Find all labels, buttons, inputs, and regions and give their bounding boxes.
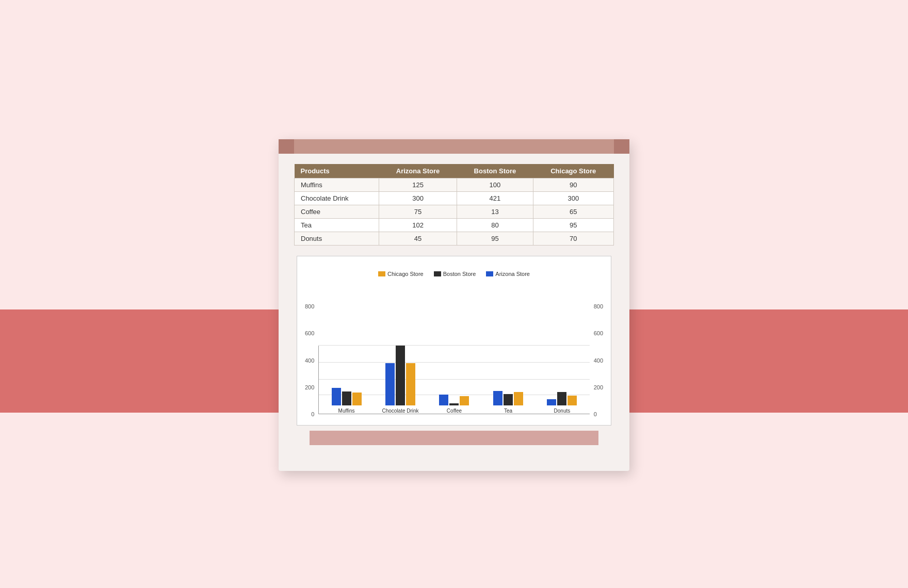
bar-group-bars <box>332 388 362 405</box>
bar-boston-2 <box>449 403 459 405</box>
table-cell-r1-c3: 300 <box>533 192 613 205</box>
bar-group-donuts: Donuts <box>540 392 584 414</box>
legend-boston-label: Boston Store <box>443 271 476 277</box>
table-cell-r4-c2: 95 <box>457 232 533 246</box>
table-cell-r3-c2: 80 <box>457 219 533 232</box>
chart-card: Products Arizona Store Boston Store Chic… <box>279 139 629 471</box>
y-label-200: 200 <box>305 385 314 390</box>
legend-boston-color <box>434 271 441 276</box>
legend-arizona-label: Arizona Store <box>495 271 530 277</box>
col-header-arizona: Arizona Store <box>379 164 457 178</box>
y-label-0: 0 <box>594 412 603 417</box>
legend-chicago: Chicago Store <box>378 271 424 277</box>
y-label-400: 400 <box>594 358 603 364</box>
bar-group-chocolate-drink: Chocolate Drink <box>378 346 423 414</box>
y-label-800: 800 <box>305 304 314 309</box>
card-header-right-accent <box>614 139 629 154</box>
table-cell-r3-c3: 95 <box>533 219 613 232</box>
bar-boston-4 <box>557 392 566 405</box>
y-label-600: 600 <box>594 331 603 336</box>
table-cell-r1-c2: 421 <box>457 192 533 205</box>
bar-arizona-1 <box>385 363 395 406</box>
table-cell-r2-c1: 75 <box>379 205 457 219</box>
table-cell-r2-c0: Coffee <box>295 205 379 219</box>
bar-arizona-3 <box>493 391 502 405</box>
col-header-products: Products <box>295 164 379 178</box>
bar-arizona-4 <box>547 399 556 405</box>
table-cell-r2-c3: 65 <box>533 205 613 219</box>
page-subtitle <box>0 113 908 130</box>
legend-boston: Boston Store <box>434 271 476 277</box>
page-title <box>0 31 908 103</box>
col-header-chicago: Chicago Store <box>533 164 613 178</box>
card-header-left-accent <box>279 139 294 154</box>
bar-arizona-0 <box>332 388 341 405</box>
bar-chicago-3 <box>514 392 523 405</box>
chart-plot: MuffinsChocolate DrinkCoffeeTeaDonuts <box>318 346 589 414</box>
y-label-800: 800 <box>594 304 603 309</box>
bar-group-tea: Tea <box>486 391 530 414</box>
bar-group-coffee: Coffee <box>432 395 476 414</box>
y-axis-right: 8006004002000 <box>594 304 603 417</box>
y-label-200: 200 <box>594 385 603 390</box>
y-label-0: 0 <box>305 412 314 417</box>
y-label-400: 400 <box>305 358 314 364</box>
table-cell-r4-c1: 45 <box>379 232 457 246</box>
table-cell-r1-c0: Chocolate Drink <box>295 192 379 205</box>
bar-label-0: Muffins <box>338 408 355 414</box>
bar-label-3: Tea <box>504 408 512 414</box>
table-cell-r0-c2: 100 <box>457 178 533 192</box>
bar-group-bars <box>547 392 577 405</box>
table-cell-r4-c0: Donuts <box>295 232 379 246</box>
bar-label-1: Chocolate Drink <box>382 408 418 414</box>
bar-group-bars <box>439 395 469 405</box>
col-header-boston: Boston Store <box>457 164 533 178</box>
card-body: Products Arizona Store Boston Store Chic… <box>279 154 629 455</box>
bar-chicago-4 <box>568 396 577 405</box>
bar-boston-3 <box>504 394 513 405</box>
chart-container: Chicago Store Boston Store Arizona Store… <box>297 256 611 426</box>
legend-arizona-color <box>486 271 493 276</box>
table-cell-r1-c1: 300 <box>379 192 457 205</box>
table-cell-r0-c1: 125 <box>379 178 457 192</box>
table-cell-r4-c3: 70 <box>533 232 613 246</box>
bar-group-bars <box>385 346 415 405</box>
data-table: Products Arizona Store Boston Store Chic… <box>294 164 614 246</box>
y-label-600: 600 <box>305 331 314 336</box>
legend-arizona: Arizona Store <box>486 271 530 277</box>
table-cell-r0-c3: 90 <box>533 178 613 192</box>
chart-area: 8006004002000 MuffinsChocolate DrinkCoff… <box>305 283 603 417</box>
bar-boston-0 <box>342 391 351 406</box>
legend-chicago-label: Chicago Store <box>387 271 424 277</box>
bar-chicago-1 <box>406 363 415 406</box>
bar-chicago-2 <box>460 396 469 405</box>
table-cell-r3-c1: 102 <box>379 219 457 232</box>
table-cell-r3-c0: Tea <box>295 219 379 232</box>
table-cell-r0-c0: Muffins <box>295 178 379 192</box>
table-cell-r2-c2: 13 <box>457 205 533 219</box>
bar-arizona-2 <box>439 395 448 405</box>
bar-group-muffins: Muffins <box>324 388 368 414</box>
bar-boston-1 <box>396 346 405 405</box>
y-axis-left: 8006004002000 <box>305 304 314 417</box>
bar-group-bars <box>493 391 523 405</box>
chart-legend: Chicago Store Boston Store Arizona Store <box>305 271 603 277</box>
card-footer <box>310 431 598 445</box>
bar-label-2: Coffee <box>447 408 462 414</box>
bar-chicago-0 <box>352 393 362 405</box>
bars-wrapper: MuffinsChocolate DrinkCoffeeTeaDonuts <box>319 346 589 414</box>
legend-chicago-color <box>378 271 385 276</box>
card-header <box>279 139 629 154</box>
bar-label-4: Donuts <box>554 408 571 414</box>
